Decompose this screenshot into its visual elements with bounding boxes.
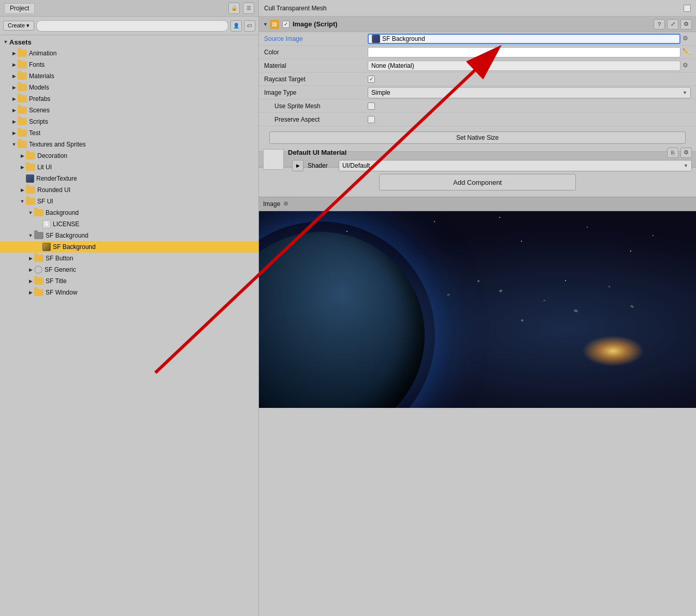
sidebar-item-models[interactable]: ▶ Models bbox=[0, 82, 258, 93]
label-scripts: Scripts bbox=[29, 118, 48, 125]
folder-icon-textures bbox=[18, 141, 27, 148]
source-image-field[interactable]: SF Background bbox=[368, 34, 680, 44]
label-background: Background bbox=[46, 209, 79, 216]
folder-icon-sf-background-group bbox=[34, 232, 44, 239]
lock-icon[interactable]: 🔒 bbox=[228, 3, 240, 14]
sidebar-item-sf-background-group[interactable]: ▼ SF Background bbox=[0, 230, 258, 241]
sidebar-item-rounded-ui[interactable]: ▶ Rounded UI bbox=[0, 184, 258, 196]
raycast-target-value bbox=[368, 76, 691, 83]
label-license: LICENSE bbox=[53, 221, 79, 228]
material-title-row: Default UI Material ⎘ ⚙ bbox=[288, 148, 692, 158]
folder-icon-sf-window bbox=[34, 289, 44, 296]
color-pencil-icon[interactable]: ✏️ bbox=[683, 48, 691, 56]
sidebar-item-sf-window[interactable]: ▶ SF Window bbox=[0, 287, 258, 298]
label-materials: Materials bbox=[29, 72, 54, 80]
sidebar-item-prefabs[interactable]: ▶ Prefabs bbox=[0, 93, 258, 105]
folder-icon-decoration bbox=[26, 152, 35, 159]
sidebar-item-lit-ui[interactable]: ▶ Lit UI bbox=[0, 162, 258, 173]
image-script-checkbox[interactable] bbox=[282, 21, 289, 28]
sidebar-item-fonts[interactable]: ▶ Fonts bbox=[0, 59, 258, 70]
sidebar-item-background[interactable]: ▼ Background bbox=[0, 207, 258, 218]
material-actions: ⎘ ⚙ bbox=[667, 148, 692, 158]
folder-icon-test bbox=[18, 129, 27, 137]
material-label: Material bbox=[264, 62, 368, 69]
raycast-target-checkbox[interactable] bbox=[368, 76, 375, 83]
material-gear-btn[interactable]: ⚙ bbox=[680, 148, 692, 158]
folder-icon-models bbox=[18, 84, 27, 91]
sidebar-item-license[interactable]: 📄 LICENSE bbox=[0, 218, 258, 230]
label-sf-button: SF Button bbox=[46, 255, 73, 262]
preserve-aspect-label: Preserve Aspect bbox=[264, 116, 368, 123]
cull-transparent-mesh-row: Cull Transparent Mesh bbox=[259, 0, 696, 17]
label-prefabs: Prefabs bbox=[29, 95, 50, 102]
preserve-aspect-checkbox[interactable] bbox=[368, 116, 375, 123]
project-tab[interactable]: Project bbox=[4, 3, 35, 13]
sidebar-item-scenes[interactable]: ▶ Scenes bbox=[0, 105, 258, 116]
source-image-gear[interactable]: ⚙ bbox=[683, 35, 691, 43]
sidebar-item-render-texture[interactable]: RenderTexture bbox=[0, 173, 258, 184]
tag-icon[interactable]: 🏷 bbox=[244, 20, 255, 32]
cull-transparent-mesh-checkbox[interactable] bbox=[684, 5, 691, 12]
sidebar-item-sf-generic[interactable]: ▶ SF Generic bbox=[0, 264, 258, 275]
material-info: Default UI Material ⎘ ⚙ ▶ Shader UI/Defa… bbox=[288, 148, 692, 171]
image-script-title: Image (Script) bbox=[293, 20, 654, 28]
image-script-help-btn[interactable]: ? bbox=[654, 19, 665, 30]
sidebar-item-textures[interactable]: ▼ Textures and Sprites bbox=[0, 139, 258, 150]
image-script-gear-btn[interactable]: ⚙ bbox=[680, 19, 692, 30]
material-field[interactable]: None (Material) bbox=[368, 61, 680, 71]
set-native-size-button[interactable]: Set Native Size bbox=[269, 131, 686, 144]
sidebar-item-test[interactable]: ▶ Test bbox=[0, 127, 258, 139]
sidebar-item-scripts[interactable]: ▶ Scripts bbox=[0, 116, 258, 127]
image-script-arrow[interactable]: ▼ bbox=[263, 22, 268, 27]
sidebar-item-sf-background[interactable]: SF Background bbox=[0, 241, 258, 253]
source-image-value: SF Background ⚙ bbox=[368, 34, 691, 44]
label-sf-ui: SF UI bbox=[37, 198, 53, 205]
image-preview-canvas bbox=[259, 211, 696, 408]
list-icon[interactable]: ☰ bbox=[243, 3, 254, 14]
sidebar-item-sf-title[interactable]: ▶ SF Title bbox=[0, 275, 258, 287]
material-gear[interactable]: ⚙ bbox=[683, 62, 691, 70]
label-models: Models bbox=[29, 84, 49, 91]
project-header: Project 🔒 ☰ bbox=[0, 0, 258, 17]
shader-dropdown-arrow: ▼ bbox=[684, 163, 688, 168]
sidebar-item-sf-button[interactable]: ▶ SF Button bbox=[0, 253, 258, 264]
folder-icon-sf-button bbox=[34, 255, 44, 262]
sidebar-item-sf-ui[interactable]: ▼ SF UI bbox=[0, 196, 258, 207]
material-value: None (Material) ⚙ bbox=[368, 61, 691, 71]
image-preview-label: Image bbox=[263, 200, 280, 208]
material-preview-icon bbox=[263, 149, 284, 170]
sidebar-item-decoration[interactable]: ▶ Decoration bbox=[0, 150, 258, 162]
use-sprite-mesh-checkbox[interactable] bbox=[368, 102, 375, 110]
preserve-aspect-row: Preserve Aspect bbox=[259, 113, 696, 126]
color-field[interactable] bbox=[368, 47, 680, 57]
image-script-header: ▼ 🖼 Image (Script) ? ⤢ ⚙ bbox=[259, 17, 696, 32]
assets-arrow: ▼ bbox=[2, 39, 9, 45]
add-component-button[interactable]: Add Component bbox=[379, 174, 576, 190]
image-type-dropdown[interactable]: Simple ▼ bbox=[368, 87, 691, 98]
search-input[interactable] bbox=[36, 20, 228, 32]
circle-icon-sf-generic bbox=[34, 266, 42, 274]
raycast-target-label: Raycast Target bbox=[264, 76, 368, 83]
shader-row: ▶ Shader UI/Default ▼ bbox=[288, 160, 692, 171]
sidebar-item-materials[interactable]: ▶ Materials bbox=[0, 70, 258, 82]
texture-icon-render bbox=[26, 174, 34, 183]
image-script-actions: ? ⤢ ⚙ bbox=[654, 19, 692, 30]
use-sprite-mesh-value bbox=[368, 102, 691, 110]
image-script-expand-btn[interactable]: ⤢ bbox=[667, 19, 678, 30]
planet-glow bbox=[259, 222, 435, 408]
assets-root[interactable]: ▼ Assets bbox=[0, 36, 258, 48]
shader-dropdown[interactable]: UI/Default ▼ bbox=[339, 160, 692, 171]
image-script-section: ▼ 🖼 Image (Script) ? ⤢ ⚙ Source Image SF… bbox=[259, 17, 696, 152]
folder-icon-background bbox=[34, 209, 44, 216]
label-scenes: Scenes bbox=[29, 107, 50, 114]
create-button[interactable]: Create ▾ bbox=[3, 21, 34, 31]
right-panel: Cull Transparent Mesh ▼ 🖼 Image (Script)… bbox=[259, 0, 696, 616]
person-icon[interactable]: 👤 bbox=[230, 20, 242, 32]
add-component-area: Add Component bbox=[259, 168, 696, 197]
play-button[interactable]: ▶ bbox=[292, 160, 303, 171]
color-value: ✏️ bbox=[368, 47, 691, 57]
image-preview-icon[interactable]: ⊕ bbox=[283, 200, 292, 208]
left-panel: Project 🔒 ☰ Create ▾ 👤 🏷 ▼ Assets ▶ Anim… bbox=[0, 0, 259, 616]
sidebar-item-animation[interactable]: ▶ Animation bbox=[0, 48, 258, 59]
material-copy-btn[interactable]: ⎘ bbox=[667, 148, 678, 158]
